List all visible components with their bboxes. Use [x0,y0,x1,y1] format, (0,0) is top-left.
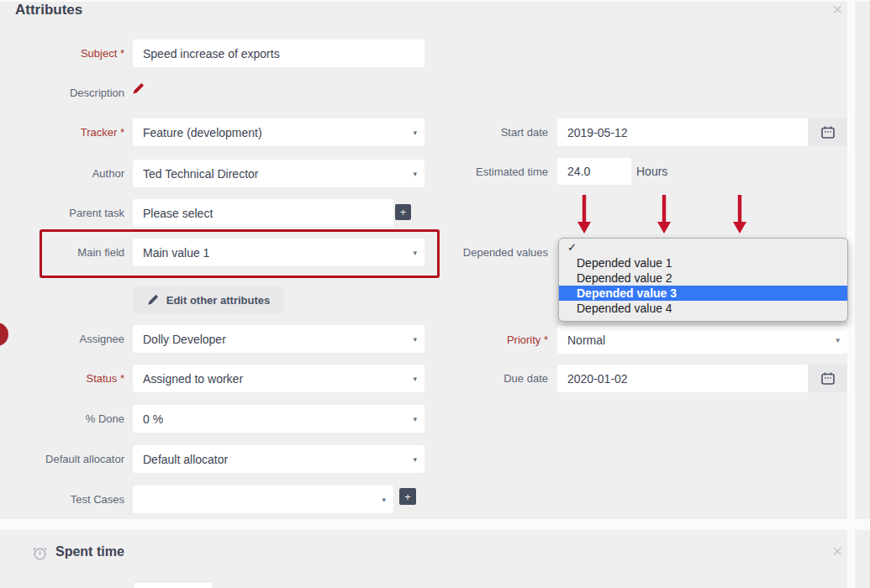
due-date-label: Due date [370,372,548,385]
priority-value: Normal [567,333,605,347]
check-icon: ✓ [567,241,577,254]
estimated-time-label: Estimated time [370,165,548,178]
estimated-time-input[interactable]: 24.0 [557,158,631,185]
author-value: Ted Technical Director [143,167,258,181]
alarm-clock-icon [32,545,48,561]
due-date-input[interactable]: 2020-01-02 [557,365,808,392]
close-icon[interactable]: × [832,1,842,18]
chevron-down-icon: ▾ [413,415,417,423]
spent-time-partial-input[interactable] [133,581,214,588]
chevron-down-icon: ▾ [836,336,840,344]
pencil-icon [147,294,159,306]
estimated-time-value: 24.0 [567,165,590,178]
dropdown-option[interactable]: Depended value 2 [559,270,847,286]
parent-task-label: Parent task [0,207,124,219]
start-date-calendar-button[interactable] [808,118,847,146]
depended-values-open-dropdown: ✓ Depended value 1 Depended value 2 Depe… [558,238,848,322]
status-value: Assigned to worker [143,372,243,386]
test-cases-select[interactable]: ▾ [133,486,393,513]
priority-select[interactable]: Normal ▾ [557,326,847,354]
top-divider [0,0,870,2]
status-label: Status * [0,372,124,385]
calendar-icon [821,126,835,139]
subject-label: Subject * [0,47,124,60]
default-allocator-label: Default allocator [0,453,124,465]
start-date-label: Start date [370,126,548,139]
percent-done-label: % Done [0,412,124,425]
add-test-case-button[interactable]: + [399,488,416,505]
priority-label: Priority * [370,333,548,346]
edit-other-attributes-label: Edit other attributes [166,294,271,307]
attributes-form-page: Attributes × Subject * Speed increase of… [0,0,870,588]
red-arrow-down-icon [577,195,592,234]
chevron-down-icon: ▾ [382,496,386,504]
dropdown-option[interactable]: Depended value 4 [559,301,847,316]
due-date-calendar-button[interactable] [808,365,847,392]
section-divider [0,519,870,530]
main-field-value: Main value 1 [143,246,209,260]
subject-value: Speed increase of exports [143,47,280,60]
red-arrow-down-icon [656,195,672,234]
depended-values-label: Depended values [370,246,548,259]
author-label: Author [0,167,124,180]
start-date-input[interactable]: 2019-05-12 [557,118,808,146]
chevron-down-icon: ▾ [413,455,417,464]
parent-task-value: Please select [143,207,213,220]
red-arrow-down-icon [732,195,747,234]
plus-icon: + [404,491,411,502]
plus-icon: + [400,207,407,218]
dropdown-option[interactable]: Depended value 1 [559,255,847,270]
add-parent-task-button[interactable]: + [395,204,411,220]
start-date-value: 2019-05-12 [567,126,628,139]
default-allocator-value: Default allocator [143,453,228,466]
test-cases-label: Test Cases [0,493,124,506]
edit-description-pencil-icon[interactable] [132,82,145,95]
main-field-label: Main field [0,246,124,259]
page-title: Attributes [15,2,82,18]
parent-task-input[interactable]: Please select [133,199,393,227]
edit-other-attributes-button[interactable]: Edit other attributes [133,286,284,313]
tracker-value: Feature (development) [143,126,262,139]
default-allocator-select[interactable]: Default allocator ▾ [133,445,424,473]
due-date-value: 2020-01-02 [567,372,628,386]
subject-input[interactable]: Speed increase of exports [133,39,424,67]
spent-time-close-icon[interactable]: × [832,543,842,559]
spent-time-title: Spent time [55,544,124,559]
tracker-label: Tracker * [0,126,124,139]
percent-done-select[interactable]: 0 % ▾ [133,405,424,433]
panel-right-gap [847,0,855,588]
dropdown-option-empty-checked[interactable]: ✓ [559,240,847,255]
calendar-icon [821,372,835,385]
assignee-label: Assignee [0,333,124,345]
estimated-time-unit: Hours [636,165,667,178]
description-label: Description [0,87,124,99]
dropdown-option-highlighted[interactable]: Depended value 3 [559,286,847,301]
assignee-value: Dolly Developer [143,333,226,346]
percent-done-value: 0 % [143,412,163,426]
